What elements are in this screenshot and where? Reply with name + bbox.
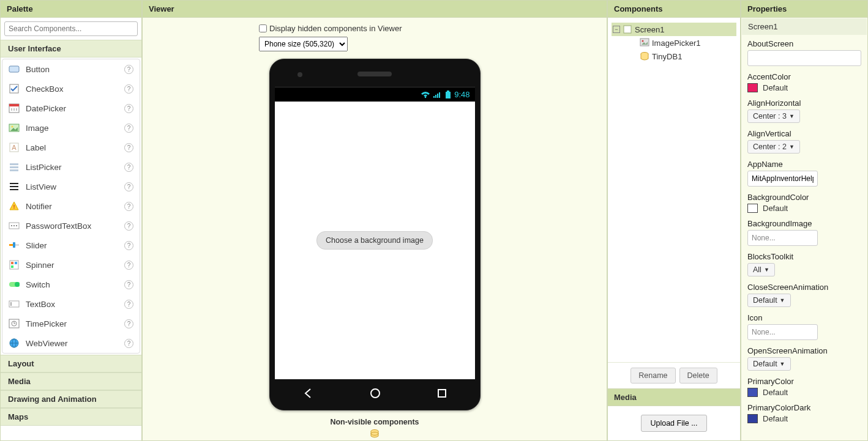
prop-primarycolor-picker[interactable]: Default (747, 388, 861, 397)
palette-item-checkbox[interactable]: CheckBox ? (2, 79, 140, 98)
app-area[interactable]: Choose a background image (275, 102, 475, 379)
nonvisible-components-label: Non-visible components (330, 418, 419, 426)
svg-rect-0 (9, 66, 19, 72)
palette-item-listpicker[interactable]: ListPicker ? (2, 157, 140, 177)
phone-preview: 9:48 Choose a background image (269, 59, 481, 410)
palette-item-textbox[interactable]: TextBox ? (2, 294, 140, 314)
phone-screen[interactable]: 9:48 Choose a background image (275, 87, 475, 379)
prop-backgroundcolor-picker[interactable]: Default (747, 204, 861, 213)
tree-node-label: Screen1 (635, 25, 664, 34)
palette-item-button[interactable]: Button ? (2, 59, 140, 79)
category-layout[interactable]: Layout (1, 355, 141, 372)
prop-input-aboutscreen[interactable] (747, 50, 861, 66)
prop-dropdown-closescreenanimation[interactable]: Default▼ (747, 294, 791, 307)
palette-item-webviewer[interactable]: WebViewer ? (2, 333, 140, 353)
help-icon[interactable]: ? (124, 182, 133, 191)
category-media[interactable]: Media (1, 372, 141, 390)
prop-label-primarycolordark: PrimaryColorDark (747, 403, 861, 412)
help-icon[interactable]: ? (124, 241, 133, 250)
palette-item-label: Spinner (26, 261, 118, 270)
svg-point-19 (11, 225, 12, 226)
prop-label-backgroundcolor: BackgroundColor (747, 193, 861, 202)
hidden-components-label: Display hidden components in Viewer (269, 24, 402, 33)
collapse-icon[interactable]: − (613, 26, 620, 33)
prop-dropdown-openscreenanimation[interactable]: Default▼ (747, 357, 791, 371)
svg-point-8 (12, 126, 13, 128)
help-icon[interactable]: ? (124, 143, 133, 152)
category-user-interface[interactable]: User Interface (1, 40, 141, 57)
help-icon[interactable]: ? (124, 65, 133, 74)
prop-label-blockstoolkit: BlocksToolkit (747, 252, 861, 261)
tinydb-icon[interactable] (370, 429, 380, 439)
palette-item-datepicker[interactable]: DatePicker ? (2, 98, 140, 118)
help-icon[interactable]: ? (124, 163, 133, 172)
palette-item-label: Notifier (26, 202, 118, 211)
help-icon[interactable]: ? (124, 319, 133, 328)
palette-item-label[interactable]: A Label ? (2, 138, 140, 157)
rename-button[interactable]: Rename (630, 368, 675, 384)
svg-rect-51 (624, 26, 631, 33)
palette-item-notifier[interactable]: ! Notifier ? (2, 196, 140, 216)
palette-item-switch[interactable]: Switch ? (2, 275, 140, 294)
svg-point-53 (642, 40, 644, 42)
help-icon[interactable]: ? (124, 104, 133, 113)
category-maps[interactable]: Maps (1, 408, 141, 426)
svg-rect-42 (435, 95, 436, 98)
password-icon (9, 220, 20, 231)
search-input[interactable] (4, 21, 138, 36)
battery-icon (445, 91, 451, 99)
delete-button[interactable]: Delete (679, 368, 717, 384)
palette-item-timepicker[interactable]: TimePicker ? (2, 314, 140, 333)
color-swatch-icon (747, 204, 758, 213)
nav-back-icon[interactable] (302, 387, 314, 399)
help-icon[interactable]: ? (124, 124, 133, 133)
prop-accentcolor-picker[interactable]: Default (747, 83, 861, 92)
color-swatch-icon (747, 414, 758, 423)
svg-rect-41 (433, 96, 435, 98)
help-icon[interactable]: ? (124, 261, 133, 270)
help-icon[interactable]: ? (124, 300, 133, 309)
palette-item-passwordtextbox[interactable]: PasswordTextBox ? (2, 216, 140, 235)
help-icon[interactable]: ? (124, 221, 133, 231)
listpicker-icon (9, 161, 20, 172)
prop-primarycolordark-picker[interactable]: Default (747, 414, 861, 423)
image-picker-button[interactable]: Choose a background image (316, 231, 433, 250)
nav-home-icon[interactable] (369, 387, 381, 399)
prop-dropdown-alignhorizontal[interactable]: Center : 3▼ (747, 109, 800, 123)
help-icon[interactable]: ? (124, 202, 133, 211)
palette-item-image[interactable]: Image ? (2, 118, 140, 138)
upload-file-button[interactable]: Upload File ... (641, 415, 706, 432)
prop-dropdown-blockstoolkit[interactable]: All▼ (747, 263, 775, 276)
prop-label-appname: AppName (747, 160, 861, 169)
prop-label-alignvertical: AlignVertical (747, 129, 861, 138)
palette-item-label: ListPicker (26, 163, 118, 172)
tree-node-screen1[interactable]: − Screen1 (612, 23, 736, 36)
prop-input-backgroundimage[interactable] (747, 230, 818, 246)
prop-input-appname[interactable] (747, 171, 818, 187)
help-icon[interactable]: ? (124, 280, 133, 289)
prop-label-primarycolor: PrimaryColor (747, 377, 861, 386)
palette-item-spinner[interactable]: Spinner ? (2, 255, 140, 275)
prop-dropdown-alignvertical[interactable]: Center : 2▼ (747, 140, 800, 154)
svg-rect-26 (11, 262, 13, 264)
phone-size-select[interactable]: Phone size (505,320) (259, 37, 348, 51)
tree-node-tinydb1[interactable]: TinyDB1 (612, 50, 736, 63)
tree-node-imagepicker1[interactable]: ImagePicker1 (612, 36, 736, 50)
prop-label-aboutscreen: AboutScreen (747, 39, 861, 48)
help-icon[interactable]: ? (124, 84, 133, 94)
svg-rect-3 (9, 104, 19, 106)
palette-item-listview[interactable]: ListView ? (2, 177, 140, 196)
palette-item-label: Label (26, 143, 118, 152)
svg-rect-31 (9, 301, 19, 307)
help-icon[interactable]: ? (124, 339, 133, 348)
palette-item-label: DatePicker (26, 104, 118, 113)
palette-item-slider[interactable]: Slider ? (2, 235, 140, 255)
hidden-components-checkbox[interactable] (259, 24, 267, 32)
nav-recent-icon[interactable] (436, 388, 447, 399)
svg-rect-45 (446, 92, 451, 98)
category-drawing[interactable]: Drawing and Animation (1, 390, 141, 408)
prop-label-backgroundimage: BackgroundImage (747, 219, 861, 228)
spinner-icon (9, 259, 20, 270)
prop-input-icon[interactable] (747, 324, 818, 340)
palette-item-label: ListView (26, 182, 118, 191)
